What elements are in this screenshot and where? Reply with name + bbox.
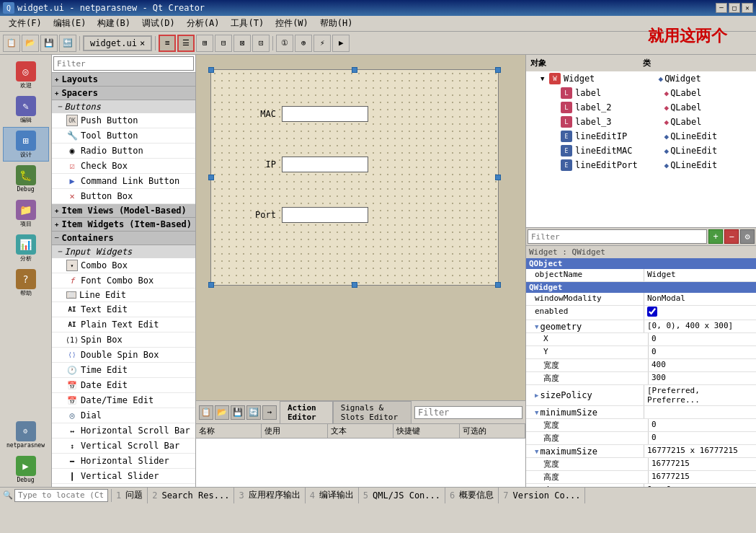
- widget-combo-box[interactable]: ▾ Combo Box: [52, 258, 195, 273]
- close-button[interactable]: ✕: [742, 3, 753, 13]
- handle-mr[interactable]: [495, 175, 501, 180]
- widget-radio-button[interactable]: ◉ Radio Button: [52, 144, 195, 159]
- buddy-btn[interactable]: ⊕: [295, 35, 312, 52]
- canvas-wrapper[interactable]: MAC IP Port: [196, 55, 525, 400]
- sidebar-item-design[interactable]: ⊞ 设计: [3, 127, 49, 162]
- menu-analyze[interactable]: 分析(A): [181, 16, 226, 31]
- bottom-arrow-btn[interactable]: →: [262, 405, 277, 420]
- bottom-save-btn[interactable]: 💾: [231, 405, 245, 420]
- props-minus-btn[interactable]: −: [724, 229, 739, 244]
- tree-item-label2[interactable]: L label_2 ◆ QLabel: [526, 100, 756, 115]
- group-buttons[interactable]: ─ Buttons: [52, 100, 195, 113]
- widget-command-link-button[interactable]: ▶ Command Link Button: [52, 174, 195, 189]
- status-compile[interactable]: 4 编译输出: [306, 488, 359, 503]
- ip-input[interactable]: [282, 157, 368, 172]
- handle-tm[interactable]: [352, 67, 357, 73]
- sidebar-item-debug2[interactable]: ▶ Debug: [3, 452, 49, 487]
- widget-time-edit[interactable]: 🕐 Time Edit: [52, 363, 195, 378]
- status-overview[interactable]: 6 概要信息: [445, 488, 499, 503]
- layout-form-btn[interactable]: ⊟: [215, 35, 232, 52]
- bottom-open-btn[interactable]: 📂: [215, 405, 229, 420]
- menu-file[interactable]: 文件(F): [3, 16, 48, 31]
- props-add-btn[interactable]: +: [708, 229, 723, 244]
- handle-tr[interactable]: [495, 67, 501, 73]
- widget-push-button[interactable]: OK Push Button: [52, 113, 195, 128]
- prop-sizepolicy[interactable]: ▶sizePolicy [Preferred, Preferre...: [526, 385, 756, 406]
- widget-tool-button[interactable]: 🔧 Tool Button: [52, 128, 195, 144]
- prop-y[interactable]: Y 0: [526, 346, 756, 359]
- widget-dial[interactable]: ◎ Dial: [52, 408, 195, 423]
- bottom-new-btn[interactable]: 📋: [199, 405, 213, 420]
- mac-input[interactable]: [282, 106, 368, 122]
- layout-adjust-btn[interactable]: ⊡: [252, 35, 270, 52]
- widget-line-edit[interactable]: ⬜ Line Edit: [52, 288, 195, 302]
- widget-button-box[interactable]: ✕ Button Box: [52, 189, 195, 204]
- sidebar-item-project[interactable]: 📁 项目: [3, 196, 49, 231]
- widget-font-combo-box[interactable]: f Font Combo Box: [52, 273, 195, 288]
- sidebar-item-analyze[interactable]: 📊 分析: [3, 231, 49, 265]
- handle-bl[interactable]: [208, 282, 214, 288]
- prop-minimumsize[interactable]: ▼minimumSize: [526, 406, 756, 419]
- prop-maximumsize[interactable]: ▼maximumSize 16777215 x 16777215: [526, 445, 756, 458]
- menu-help[interactable]: 帮助(H): [314, 16, 359, 31]
- tree-item-widget[interactable]: ▼ W Widget ◆ QWidget: [526, 71, 756, 86]
- menu-widgets[interactable]: 控件(W): [270, 16, 314, 31]
- widget-filter-input[interactable]: [53, 56, 194, 71]
- widget-spin-box[interactable]: ⟨1⟩ Spin Box: [52, 332, 195, 348]
- handle-ml[interactable]: [208, 175, 214, 180]
- status-qml[interactable]: 5 QML/JS Con...: [359, 488, 445, 503]
- prop-geometry[interactable]: ▼geometry [0, 0), 400 x 300]: [526, 320, 756, 333]
- status-version[interactable]: 7 Version Co...: [499, 488, 585, 503]
- handle-bm[interactable]: [352, 282, 357, 288]
- widget-date-edit[interactable]: 📅 Date Edit: [52, 378, 195, 393]
- menu-tools[interactable]: 工具(T): [225, 16, 270, 31]
- handle-tl[interactable]: [208, 67, 214, 73]
- toolbar-btn-4[interactable]: 🔙: [59, 35, 76, 52]
- group-containers[interactable]: ─ Containers: [52, 232, 195, 245]
- design-canvas[interactable]: MAC IP Port: [210, 69, 499, 286]
- prop-objectname[interactable]: objectName Widget: [526, 269, 756, 282]
- menu-edit[interactable]: 编辑(E): [48, 16, 92, 31]
- status-issues[interactable]: 1 问题: [112, 488, 148, 503]
- status-search[interactable]: 2 Search Res...: [148, 488, 234, 503]
- props-filter-input[interactable]: [528, 229, 707, 244]
- sidebar-item-netparas[interactable]: ⚙ netparasnew: [3, 418, 49, 452]
- sidebar-item-help[interactable]: ? 帮助: [3, 265, 49, 300]
- tree-item-lineEditIP[interactable]: E lineEditIP ◆ QLineEdit: [526, 129, 756, 144]
- prop-x[interactable]: X 0: [526, 333, 756, 346]
- status-app-output[interactable]: 3 应用程序输出: [234, 488, 305, 503]
- widget-v-slider[interactable]: ┃ Vertical Slider: [52, 469, 195, 484]
- prop-windowmodality[interactable]: windowModality NonModal: [526, 293, 756, 306]
- toolbar-btn-3[interactable]: 💾: [40, 35, 58, 52]
- tab-close-btn[interactable]: ×: [140, 38, 145, 48]
- handle-br[interactable]: [495, 282, 501, 288]
- widget-plain-text-edit[interactable]: AI Plain Text Edit: [52, 317, 195, 332]
- prop-maxheight[interactable]: 高度 16777215: [526, 471, 756, 484]
- prop-sizeincrement[interactable]: ▶sizeIncrement 0 x 0: [526, 484, 756, 487]
- tab-order-btn[interactable]: ①: [276, 35, 293, 52]
- sidebar-item-edit[interactable]: ✎ 编辑: [3, 92, 49, 127]
- locate-input[interactable]: [14, 489, 108, 502]
- widget-double-spin-box[interactable]: ⟨⟩ Double Spin Box: [52, 348, 195, 363]
- prop-minwidth[interactable]: 宽度 0: [526, 419, 756, 432]
- toolbar-btn-1[interactable]: 📋: [3, 35, 20, 52]
- group-spacers[interactable]: + Spacers: [52, 87, 195, 100]
- sidebar-item-debug[interactable]: 🐛 Debug: [3, 162, 49, 196]
- prop-width[interactable]: 宽度 400: [526, 359, 756, 372]
- toolbar-btn-2[interactable]: 📂: [22, 35, 39, 52]
- widget-datetime-edit[interactable]: 📅 Date/Time Edit: [52, 393, 195, 408]
- port-input[interactable]: [282, 207, 368, 223]
- maximize-button[interactable]: □: [729, 3, 740, 13]
- tree-item-label[interactable]: L label ◆ QLabel: [526, 86, 756, 100]
- props-settings-btn[interactable]: ⚙: [740, 229, 755, 244]
- prop-maxwidth[interactable]: 宽度 16777215: [526, 458, 756, 471]
- layout-break-btn[interactable]: ⊠: [234, 35, 251, 52]
- widget-text-edit[interactable]: AI Text Edit: [52, 302, 195, 317]
- tab-action-editor[interactable]: Action Editor: [280, 401, 333, 423]
- widget-h-slider[interactable]: ━ Horizontal Slider: [52, 454, 195, 469]
- group-item-widgets[interactable]: + Item Widgets (Item-Based): [52, 218, 195, 232]
- layout-v-btn[interactable]: ☰: [177, 35, 195, 52]
- minimize-button[interactable]: ─: [716, 3, 727, 13]
- enabled-checkbox[interactable]: [647, 307, 657, 317]
- signal-btn[interactable]: ⚡: [313, 35, 331, 52]
